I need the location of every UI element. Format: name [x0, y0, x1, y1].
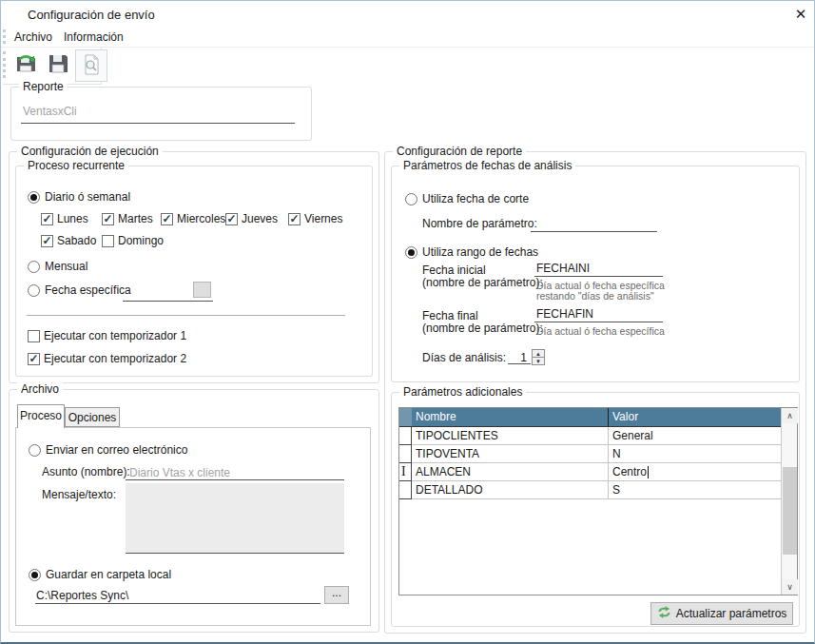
analysis-days-label: Días de análisis:: [422, 351, 506, 364]
end-date-label-2: (nombre de parámetro):: [422, 322, 543, 335]
monthly-radio[interactable]: [28, 261, 40, 273]
execution-legend: Configuración de ejecución: [17, 145, 163, 158]
path-underline: [35, 591, 320, 604]
cell-value[interactable]: General: [608, 427, 783, 445]
check-icon: ✓: [42, 212, 51, 225]
day-viernes-label: Viernes: [304, 212, 342, 225]
day-martes-checkbox[interactable]: ✓: [102, 213, 114, 225]
toolbar-grip: [3, 51, 9, 78]
report-groupbox: Reporte VentasxCli: [10, 87, 312, 141]
day-miercoles-checkbox[interactable]: ✓: [161, 213, 173, 225]
execution-groupbox: Configuración de ejecución Proceso recur…: [9, 151, 379, 383]
param-name-label: Nombre de parámetro:: [422, 217, 537, 230]
specific-date-radio[interactable]: [28, 284, 40, 297]
day-lunes-label: Lunes: [57, 212, 88, 225]
spin-down-icon[interactable]: ▼: [532, 357, 545, 365]
check-icon: ✓: [103, 212, 112, 225]
param-name-input[interactable]: [531, 219, 657, 232]
day-lunes-checkbox[interactable]: ✓: [41, 213, 53, 225]
menu-informacion[interactable]: Información: [58, 28, 129, 47]
save-sync-icon: [13, 51, 38, 79]
cell-value[interactable]: N: [608, 445, 783, 463]
row-selector[interactable]: [399, 481, 412, 499]
column-header-nombre[interactable]: Nombre: [412, 408, 608, 427]
email-radio-label: Enviar en correo electrónico: [46, 443, 187, 457]
day-miercoles-label: Miercoles: [177, 212, 225, 225]
row-selector[interactable]: [399, 445, 412, 463]
daily-radio-label: Diario ó semanal: [45, 190, 130, 204]
date-picker-button[interactable]: [193, 282, 211, 298]
recurrent-groupbox: Proceso recurrente Diario ó semanal ✓ Lu…: [15, 166, 373, 377]
day-domingo-checkbox[interactable]: [102, 235, 114, 247]
params-groupbox: Parámetros adicionales Nombre Valor TIPO…: [391, 392, 800, 627]
check-icon: ✓: [226, 212, 236, 225]
date-range-radio[interactable]: [405, 246, 417, 259]
update-params-label: Actualizar parámetros: [676, 607, 787, 620]
start-date-label-1: Fecha inicial: [422, 263, 486, 277]
row-selector[interactable]: [399, 427, 412, 445]
analysis-days-underline: [508, 349, 531, 364]
cutoff-date-label: Utiliza fecha de corte: [422, 192, 529, 205]
close-icon[interactable]: ✕: [791, 5, 810, 24]
update-params-button[interactable]: Actualizar parámetros: [650, 602, 793, 625]
timer2-checkbox[interactable]: ✓: [28, 353, 40, 365]
specific-date-label: Fecha específica: [45, 283, 131, 297]
ibeam-cursor-icon[interactable]: I: [399, 463, 412, 481]
file-groupbox: Archivo Proceso Opciones Enviar en corre…: [9, 389, 379, 633]
header-selector-cell: [399, 408, 412, 427]
day-sabado-label: Sabado: [57, 234, 96, 247]
cutoff-date-radio[interactable]: [405, 193, 417, 205]
params-table: Nombre Valor TIPOCLIENTES General TIPOVE…: [398, 407, 798, 595]
cell-name[interactable]: TIPOCLIENTES: [412, 427, 608, 445]
cell-name[interactable]: ALMACEN: [412, 463, 608, 481]
scroll-down-icon[interactable]: ∨: [782, 579, 798, 595]
refresh-icon: [657, 606, 671, 621]
report-legend: Reporte: [19, 80, 68, 93]
window-title: Configuración de envío: [28, 8, 155, 22]
end-date-label-1: Fecha final: [422, 309, 478, 322]
day-sabado-checkbox[interactable]: ✓: [41, 235, 53, 247]
monthly-radio-label: Mensual: [45, 260, 87, 273]
cell-name[interactable]: TIPOVENTA: [412, 445, 608, 463]
check-icon: ✓: [289, 212, 299, 225]
preview-button[interactable]: [75, 49, 107, 82]
day-viernes-checkbox[interactable]: ✓: [288, 213, 301, 225]
timer2-label: Ejecutar con temporizador 2: [44, 352, 186, 365]
cell-value[interactable]: S: [608, 481, 783, 499]
day-martes-label: Martes: [118, 212, 153, 225]
scroll-up-icon[interactable]: ∧: [782, 408, 798, 423]
column-header-valor[interactable]: Valor: [608, 408, 783, 427]
menu-archivo[interactable]: Archivo: [9, 28, 58, 47]
menubar-divider: [1, 47, 814, 48]
timer1-checkbox[interactable]: [28, 330, 40, 342]
save-local-radio[interactable]: [29, 569, 41, 581]
scrollbar-thumb[interactable]: [783, 467, 797, 555]
daily-radio[interactable]: [28, 191, 40, 204]
cell-name[interactable]: DETALLADO: [412, 481, 608, 499]
day-domingo-label: Domingo: [118, 234, 164, 247]
tab-proceso[interactable]: Proceso: [17, 404, 65, 428]
save-local-label: Guardar en carpeta local: [46, 568, 171, 581]
day-jueves-checkbox[interactable]: ✓: [225, 213, 238, 225]
recurrent-legend: Proceso recurrente: [24, 159, 128, 172]
tab-opciones[interactable]: Opciones: [65, 407, 120, 427]
date-range-label: Utiliza rango de fechas: [422, 245, 538, 259]
start-help-line2: restando "días de análisis": [536, 290, 654, 302]
file-legend: Archivo: [17, 382, 63, 396]
cell-value-editing[interactable]: Centro: [608, 463, 783, 481]
report-name-underline: [21, 108, 295, 124]
subject-underline: [126, 468, 344, 480]
subject-label: Asunto (nombre):: [42, 465, 130, 478]
report-config-groupbox: Configuración de reporte Parámetros de f…: [384, 151, 806, 634]
dates-legend: Parámetros de fechas de análisis: [399, 159, 575, 172]
message-textarea[interactable]: [126, 483, 344, 554]
table-scrollbar[interactable]: ∧ ∨: [781, 408, 797, 595]
save-icon: [46, 51, 70, 79]
email-radio[interactable]: [29, 444, 41, 457]
save-sync-button[interactable]: [10, 49, 41, 80]
check-icon: ✓: [42, 234, 51, 247]
browse-button[interactable]: ...: [324, 586, 349, 604]
save-button[interactable]: [43, 49, 73, 80]
check-icon: ✓: [162, 212, 171, 225]
start-date-label-2: (nombre de parámetro):: [422, 276, 543, 289]
